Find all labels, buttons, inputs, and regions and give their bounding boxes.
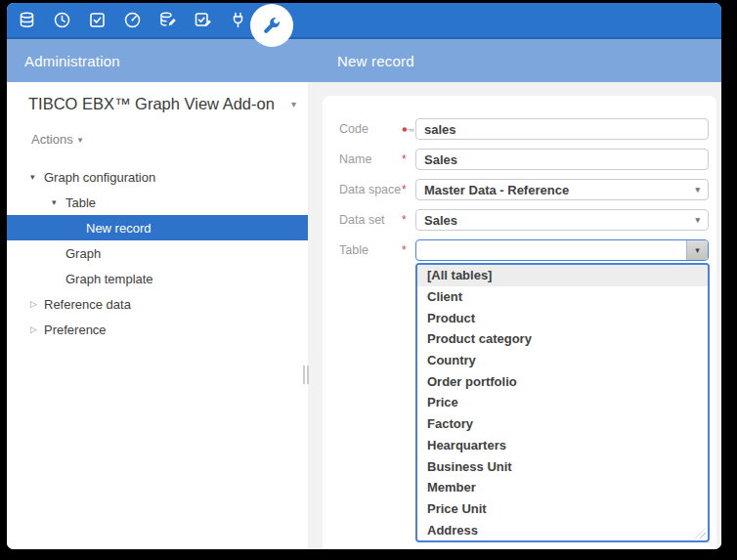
field-control-name: [415, 149, 709, 170]
primary-key-icon: [402, 125, 415, 134]
dropdown-option-product-category[interactable]: Product category: [417, 328, 708, 350]
tree-collapsed-icon[interactable]: ▷: [30, 324, 44, 334]
required-asterisk: *: [402, 243, 415, 257]
data-space-selected-value: Master Data - Reference: [424, 183, 569, 197]
tree-item-label: Graph configuration: [44, 170, 155, 185]
new-record-header-text: New record: [337, 53, 414, 69]
addon-title: TIBCO EBX™ Graph View Add-on ▾: [28, 95, 296, 113]
required-asterisk: *: [402, 213, 415, 227]
tree-item-label: Graph: [65, 246, 101, 261]
dropdown-option-business-unit[interactable]: Business Unit: [417, 455, 708, 477]
field-control-table: ▾: [415, 239, 709, 261]
form-row-data-set: Data set*Sales▾: [323, 209, 716, 231]
app-window: Administration New record TIBCO EBX™ Gra…: [7, 3, 721, 549]
field-label-data-space: Data space: [339, 183, 402, 196]
form-row-name: Name*: [323, 149, 716, 170]
tree-item-new-record[interactable]: New record: [7, 215, 308, 240]
dropdown-option-factory[interactable]: Factory: [417, 413, 708, 435]
dropdown-option-client[interactable]: Client: [417, 286, 708, 308]
record-form-card: CodeName*Data space*Master Data - Refere…: [323, 96, 716, 549]
tasks-checkbox-icon[interactable]: [88, 11, 107, 29]
dashboard-gauge-icon[interactable]: [123, 11, 142, 29]
data-space-select[interactable]: Master Data - Reference▾: [415, 179, 709, 200]
dropdown-option-order-portfolio[interactable]: Order portfolio: [417, 370, 708, 392]
dropdown-option-country[interactable]: Country: [417, 350, 708, 371]
panel-splitter-handle[interactable]: [303, 366, 311, 384]
dropdown-option-product[interactable]: Product: [417, 307, 708, 328]
dropdown-option-member[interactable]: Member: [417, 477, 708, 498]
tree-item-graph[interactable]: Graph: [7, 240, 308, 266]
tree-item-label: Table: [65, 195, 96, 210]
primary-key-marker: [402, 125, 415, 134]
integration-plug-icon[interactable]: [229, 11, 247, 29]
main-panel: CodeName*Data space*Master Data - Refere…: [308, 82, 721, 549]
form-row-table: Table*▾: [323, 239, 716, 261]
right-panel-title: New record: [337, 39, 414, 82]
tree-item-table[interactable]: ▾Table: [7, 190, 308, 215]
field-label-name: Name: [339, 152, 402, 166]
table-combobox: ▾: [415, 239, 709, 261]
tree-collapsed-icon[interactable]: ▷: [30, 299, 44, 309]
tree-item-label: New record: [86, 221, 151, 236]
code-input[interactable]: [415, 118, 709, 140]
administration-header-text: Administration: [24, 53, 120, 69]
tree-expanded-icon[interactable]: ▾: [30, 172, 44, 182]
field-label-table: Table: [339, 243, 402, 257]
tree-expanded-icon[interactable]: ▾: [52, 197, 65, 207]
table-dropdown-list: [All tables]ClientProductProduct categor…: [415, 263, 710, 542]
chevron-down-icon: ▾: [695, 215, 700, 225]
tree-item-label: Graph template: [65, 272, 153, 286]
sidebar: TIBCO EBX™ Graph View Add-on ▾ Actions ▾…: [7, 82, 308, 549]
actions-label: Actions: [31, 132, 73, 147]
table-input[interactable]: [415, 239, 709, 261]
tree-item-preference[interactable]: ▷Preference: [7, 317, 308, 342]
administration-wrench-icon[interactable]: [250, 4, 293, 47]
actions-menu-button[interactable]: Actions ▾: [31, 132, 82, 147]
dropdown-option-address[interactable]: Address: [417, 519, 708, 540]
data-set-select[interactable]: Sales▾: [415, 209, 709, 231]
field-control-code: [415, 118, 709, 140]
content-area: TIBCO EBX™ Graph View Add-on ▾ Actions ▾…: [7, 82, 721, 549]
tree-item-graph-configuration[interactable]: ▾Graph configuration: [7, 164, 308, 190]
left-panel-title: Administration: [24, 39, 120, 82]
field-label-data-set: Data set: [339, 213, 402, 227]
required-asterisk: *: [402, 152, 415, 166]
section-header-bar: Administration New record: [7, 39, 721, 82]
required-asterisk: *: [402, 183, 415, 196]
top-toolbar: [7, 3, 721, 39]
name-input[interactable]: [415, 149, 709, 170]
data-model-edit-icon[interactable]: [158, 11, 177, 29]
database-icon[interactable]: [18, 11, 36, 29]
addon-title-text: TIBCO EBX™ Graph View Add-on: [28, 95, 275, 113]
field-control-data-set: Sales▾: [415, 209, 709, 231]
title-chevron-down-icon[interactable]: ▾: [291, 99, 296, 109]
field-control-data-space: Master Data - Reference▾: [415, 179, 709, 200]
chevron-down-icon: ▾: [695, 185, 700, 194]
tree-item-label: Reference data: [44, 297, 131, 312]
dropdown-option-hearquarters[interactable]: Hearquarters: [417, 435, 708, 456]
actions-chevron-down-icon: ▾: [78, 135, 83, 145]
form-row-data-space: Data space*Master Data - Reference▾: [323, 179, 716, 200]
dropdown-option-price-unit[interactable]: Price Unit: [417, 498, 708, 520]
data-set-selected-value: Sales: [424, 213, 457, 228]
field-label-code: Code: [339, 122, 402, 136]
tree-item-label: Preference: [44, 323, 107, 337]
dropdown-option-price[interactable]: Price: [417, 392, 708, 413]
toolbar-icon-group: [7, 11, 282, 29]
navigation-tree: ▾Graph configuration▾TableNew recordGrap…: [7, 164, 308, 342]
tree-item-graph-template[interactable]: Graph template: [7, 266, 308, 291]
record-form: CodeName*Data space*Master Data - Refere…: [323, 118, 716, 261]
clock-icon[interactable]: [53, 11, 71, 29]
form-row-code: Code: [323, 118, 716, 140]
tree-item-reference-data[interactable]: ▷Reference data: [7, 291, 308, 317]
workflow-edit-icon[interactable]: [194, 11, 212, 29]
table-dropdown-button[interactable]: ▾: [686, 240, 708, 260]
dropdown-option-all-tables[interactable]: [All tables]: [417, 265, 708, 286]
